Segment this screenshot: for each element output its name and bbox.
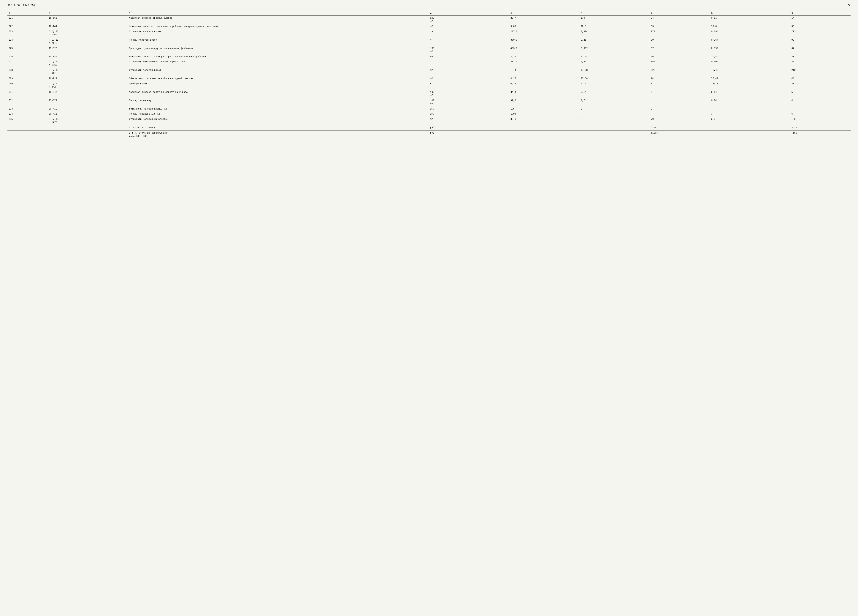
table-row: I3320-4IOУстановка жалюзей площ.I м2шт.I… xyxy=(8,107,850,112)
col-header-9: 9 xyxy=(790,11,850,16)
table-cell: I30 xyxy=(8,81,48,90)
col-header-1: 1 xyxy=(8,11,48,16)
table-cell: П.Iy.IIп.1969 xyxy=(48,29,128,37)
table-cell: Установка жалюзей площ.I м2 xyxy=(128,107,429,112)
table-cell: II,40 xyxy=(710,76,790,81)
main-table: 1 2 3 4 5 6 7 8 9 I2II5-566Масляная окра… xyxy=(8,11,850,139)
table-cell: 24 xyxy=(650,16,710,24)
page-header: 9CI-I-30 (IX/I.85) 77 xyxy=(8,4,850,8)
table-cell: 0,267 xyxy=(710,37,790,46)
table-cell: I27 xyxy=(8,59,48,68)
table-cell: 20-4IO xyxy=(48,107,128,112)
table-cell: I50,0 xyxy=(710,81,790,90)
table-cell xyxy=(48,125,128,131)
table-row: I2II5-566Масляная окраска дверных блоков… xyxy=(8,16,850,24)
table-cell: I8,4 xyxy=(509,68,580,76)
table-cell: II3 xyxy=(790,29,850,37)
table-cell: 52,6 xyxy=(580,81,650,90)
table-row: I3II5-547Масляная окраска ворот по дерев… xyxy=(8,90,850,98)
table-cell: 99 xyxy=(790,37,850,46)
table-cell: I,5 xyxy=(509,107,580,112)
col-header-7: 7 xyxy=(650,11,710,16)
table-row: I25I5-8IOПрокладка сукна между металличе… xyxy=(8,46,850,54)
table-cell: (I80) xyxy=(650,131,710,139)
table-cell: 3,6 xyxy=(710,117,790,125)
table-cell: 0,32 xyxy=(509,81,580,90)
table-cell: IO-I44 xyxy=(48,54,128,60)
table-cell: – xyxy=(710,107,790,112)
table-cell: I,94 xyxy=(509,112,580,117)
table-cell: П.Iy.IIп.2II5 xyxy=(48,37,128,46)
table-cell: 100м2 xyxy=(429,46,509,54)
table-cell: IO-I44 xyxy=(48,24,128,29)
table-cell xyxy=(8,125,48,131)
table-cell: кг xyxy=(429,81,509,90)
table-cell: I26 xyxy=(8,54,48,60)
table-row: I30П.Iy.Iп.342Приборы вороткг0,3252,6I7I… xyxy=(8,81,850,90)
table-cell: П.Iy.Iп.342 xyxy=(48,81,128,90)
table-cell: 33 xyxy=(650,24,710,29)
table-cell: тн xyxy=(429,29,509,37)
table-cell: I5-566 xyxy=(48,16,128,24)
table-row: I22IO-I44Установка ворот со стальными ко… xyxy=(8,24,850,29)
table-cell: 0,394 xyxy=(580,29,650,37)
table-cell: (I80) xyxy=(790,131,850,139)
table-cell: 0,092 xyxy=(580,46,650,54)
table-cell: Итого по УП разделу xyxy=(128,125,429,131)
table-cell: 26I9 xyxy=(790,125,850,131)
table-cell: 0,6I xyxy=(710,16,790,24)
col-header-4: 4 xyxy=(429,11,509,16)
table-cell: м2 xyxy=(429,24,509,29)
column-headers: 1 2 3 4 5 6 7 8 9 xyxy=(8,11,850,16)
table-cell: 2 xyxy=(580,117,650,125)
table-cell: – xyxy=(580,125,650,131)
table-cell xyxy=(8,131,48,139)
table-cell: м2 xyxy=(429,76,509,81)
table-cell: I26 xyxy=(790,117,850,125)
table-cell: 3 xyxy=(650,107,710,112)
table-cell: 4 xyxy=(790,98,850,107)
table-cell: м2 xyxy=(429,117,509,125)
col-header-8: 8 xyxy=(710,11,790,16)
table-cell: 32,0 xyxy=(509,98,580,107)
table-cell: 70 xyxy=(650,117,710,125)
table-cell: 370,0 xyxy=(509,37,580,46)
table-cell: 2I0 xyxy=(790,68,850,76)
table-cell: 4,2I xyxy=(509,76,580,81)
table-cell: 43 xyxy=(790,54,850,60)
table-cell: То же, площадью 1,5 м2 xyxy=(128,112,429,117)
table-cell: 0,I4 xyxy=(710,98,790,107)
table-cell: I33 xyxy=(8,107,48,112)
table-cell: П.Iy.IIп.1969 xyxy=(48,59,128,68)
table-cell: IO,8 xyxy=(580,24,650,29)
table-row: I23П.Iy.IIп.1969Стоимость каркаса воротт… xyxy=(8,29,850,37)
table-row: I28П.Iy.IIп.372Стоимость полотен воротм2… xyxy=(8,68,850,76)
table-cell: шт. xyxy=(429,112,509,117)
table-cell: I7,68 xyxy=(580,54,650,60)
table-cell: I7,68 xyxy=(580,76,650,81)
table-cell: 403,0 xyxy=(509,46,580,54)
table-cell: 66 xyxy=(650,54,710,60)
table-cell: I4 xyxy=(790,16,850,24)
page-number: 77 xyxy=(847,4,850,7)
table-cell: 3,76 xyxy=(509,54,580,60)
table-cell: – xyxy=(650,112,710,117)
table-cell: I2I xyxy=(8,16,48,24)
table-cell: I55 xyxy=(650,59,710,68)
table-cell: Масляная окраска ворот по дереву за 2 ра… xyxy=(128,90,429,98)
table-row: В т.ч. стальные конструкции(п.п.IO8, IO9… xyxy=(8,131,850,139)
table-row: I35П.Iy.IIIп.1479Стоимость жалюзийных ре… xyxy=(8,117,850,125)
table-cell: т xyxy=(429,59,509,68)
col-header-6: 6 xyxy=(580,11,650,16)
table-cell: I23 xyxy=(8,29,48,37)
table-cell: I32 xyxy=(8,98,48,107)
table-cell: I,0 xyxy=(580,16,650,24)
table-row: I27П.Iy.IIп.1969Стоимость металлоконстру… xyxy=(8,59,850,68)
table-cell: IO,8 xyxy=(710,24,790,29)
table-row: I3420-4IIТо же, площадью 1,5 м2шт.I,94––… xyxy=(8,112,850,117)
table-cell: 100м2 xyxy=(429,90,509,98)
table-cell: 5 xyxy=(790,90,850,98)
table-cell: Стоимость металлоконструкций каркаса вор… xyxy=(128,59,429,68)
table-cell: 20-4II xyxy=(48,112,128,117)
table-cell: 23,7 xyxy=(509,16,580,24)
